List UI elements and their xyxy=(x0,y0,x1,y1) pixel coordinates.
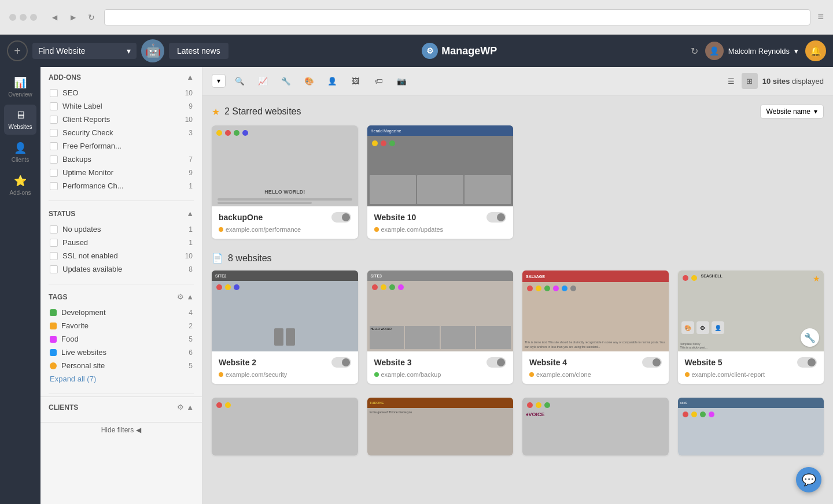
camera-button[interactable]: 📷 xyxy=(392,72,411,90)
website-card-website5[interactable]: ★ SEASHELL Template StickyThis is a stic… xyxy=(678,270,824,384)
user-name: Malcolm Reynolds xyxy=(728,47,790,55)
browser-url-input[interactable] xyxy=(104,9,810,25)
hide-filters-button[interactable]: Hide filters ◀ xyxy=(40,422,202,438)
tag-button[interactable]: 🏷 xyxy=(369,72,388,90)
food-tag-label: Food xyxy=(61,335,79,343)
seo-checkbox[interactable] xyxy=(50,89,58,97)
sidebar-item-overview[interactable]: 📊 Overview xyxy=(4,72,36,102)
header-refresh-button[interactable]: ↻ xyxy=(691,46,698,57)
dot xyxy=(562,286,567,291)
sites-count-number: 10 sites xyxy=(762,77,790,86)
website-card-website4[interactable]: SALVAGE This is demo t xyxy=(522,270,669,384)
website5-toggle[interactable] xyxy=(797,357,817,368)
sidebar-status-updates-available[interactable]: Updates available 8 xyxy=(49,262,194,276)
sidebar-item-clients[interactable]: 👤 Clients xyxy=(4,137,36,168)
sidebar-tag-live-websites[interactable]: Live websites 6 xyxy=(49,346,194,359)
sidebar-addon-security-check[interactable]: Security Check 3 xyxy=(49,126,194,139)
sidebar-addon-uptime-monitor[interactable]: Uptime Monitor 9 xyxy=(49,166,194,179)
backupone-toggle[interactable] xyxy=(331,212,351,223)
dot xyxy=(691,412,697,417)
security-check-checkbox[interactable] xyxy=(50,129,58,137)
sidebar-addon-backups[interactable]: Backups 7 xyxy=(49,153,194,166)
browser-forward-button[interactable]: ▶ xyxy=(67,12,79,23)
url-text: example.com/backup xyxy=(381,371,441,378)
toggle-knob xyxy=(497,213,505,221)
status-collapse-button[interactable]: ▲ xyxy=(186,209,194,218)
clients-settings-button[interactable]: ⚙ xyxy=(177,403,184,412)
website-card-website10[interactable]: Herald Magazine xyxy=(367,125,514,239)
thumb-block xyxy=(417,175,463,204)
sidebar-addon-performance-check[interactable]: Performance Ch... 1 xyxy=(49,179,194,192)
sidebar-addon-free-performance[interactable]: Free Performan... xyxy=(49,139,194,153)
clients-collapse-button[interactable]: ▲ xyxy=(186,403,194,412)
expand-all-button[interactable]: Expand all (7) xyxy=(49,372,194,386)
performance-check-checkbox[interactable] xyxy=(50,182,58,190)
sidebar-tag-food[interactable]: Food 5 xyxy=(49,332,194,346)
analytics-button[interactable]: 📈 xyxy=(253,72,272,90)
header-user-menu[interactable]: 👤 Malcolm Reynolds ▾ xyxy=(705,42,798,60)
sidebar-status-paused[interactable]: Paused 1 xyxy=(49,236,194,249)
website2-dots xyxy=(216,284,239,290)
sidebar-status-ssl-not-enabled[interactable]: SSL not enabled 10 xyxy=(49,249,194,262)
website-card-website7[interactable]: THRONE In the game of Throne theme you xyxy=(367,398,514,455)
website10-toggle[interactable] xyxy=(486,212,506,223)
website2-toggle[interactable] xyxy=(331,357,351,368)
sidebar-addon-seo[interactable]: SEO 10 xyxy=(49,86,194,99)
website3-toggle[interactable] xyxy=(486,357,506,368)
find-website-dropdown[interactable]: Find Website ▾ xyxy=(32,43,137,59)
sidebar-tag-favorite[interactable]: Favorite 2 xyxy=(49,319,194,332)
uptime-monitor-checkbox[interactable] xyxy=(50,169,58,177)
browser-refresh-button[interactable]: ↻ xyxy=(86,12,97,23)
tags-collapse-button[interactable]: ▲ xyxy=(186,292,194,301)
website4-dots xyxy=(527,286,576,291)
color-palette-button[interactable]: 🎨 xyxy=(300,72,318,90)
update-button[interactable]: 🔧 xyxy=(277,72,295,90)
image-button[interactable]: 🖼 xyxy=(346,72,364,90)
sidebar-tag-development[interactable]: Development 4 xyxy=(49,306,194,319)
site5-icon2: ⚙ xyxy=(696,321,709,334)
browser-menu-button[interactable]: ≡ xyxy=(817,11,824,23)
site4-header: SALVAGE xyxy=(522,270,669,282)
website4-toggle[interactable] xyxy=(642,357,662,368)
browser-back-button[interactable]: ◀ xyxy=(49,12,60,23)
sidebar-item-websites[interactable]: 🖥 Websites xyxy=(4,105,36,135)
addons-collapse-button[interactable]: ▲ xyxy=(186,73,194,81)
website-card-website6[interactable] xyxy=(212,398,358,455)
ssl-not-enabled-checkbox[interactable] xyxy=(50,252,58,260)
sidebar-addon-client-reports[interactable]: Client Reports 10 xyxy=(49,113,194,126)
favorite-tag-count: 2 xyxy=(189,322,193,330)
website-card-website2[interactable]: SITE2 xyxy=(212,270,358,384)
backups-checkbox[interactable] xyxy=(50,155,58,164)
sidebar-addon-white-label[interactable]: White Label 9 xyxy=(49,99,194,113)
user-button[interactable]: 👤 xyxy=(323,72,341,90)
paused-checkbox[interactable] xyxy=(50,239,58,247)
website-card-backupone[interactable]: HELLO WORLD! backupOne xyxy=(212,125,358,239)
header-right: ↻ 👤 Malcolm Reynolds ▾ 🔔 xyxy=(691,40,826,61)
free-performance-checkbox[interactable] xyxy=(50,142,58,150)
search-button[interactable]: 🔍 xyxy=(230,72,249,90)
notification-bell-button[interactable]: 🔔 xyxy=(805,40,826,61)
client-reports-checkbox[interactable] xyxy=(50,116,58,124)
website-card-website3[interactable]: SITE3 HELLO WORLD xyxy=(367,270,514,384)
sidebar-item-addons[interactable]: ⭐ Add-ons xyxy=(4,170,36,201)
sort-dropdown[interactable]: Website name ▾ xyxy=(760,105,824,118)
list-view-button[interactable]: ☰ xyxy=(723,73,739,89)
addons-icon: ⭐ xyxy=(14,175,27,187)
sidebar-tag-personal-site[interactable]: Personal site 5 xyxy=(49,359,194,372)
website-card-site9[interactable]: site9 xyxy=(678,398,824,455)
website-card-website8[interactable]: ♦VOICE xyxy=(522,398,669,455)
no-updates-checkbox[interactable] xyxy=(50,225,58,234)
add-button[interactable]: + xyxy=(7,40,28,61)
bulk-select-button[interactable]: ▾ xyxy=(212,74,226,88)
tags-settings-button[interactable]: ⚙ xyxy=(177,292,184,301)
browser-dot-red xyxy=(9,14,16,21)
updates-available-checkbox[interactable] xyxy=(50,265,58,273)
dot xyxy=(553,286,559,291)
status-section: Status ▲ No updates 1 Paused 1 xyxy=(40,203,202,281)
latest-news-button[interactable]: Latest news xyxy=(169,43,228,59)
dot xyxy=(700,412,706,417)
sidebar-status-no-updates[interactable]: No updates 1 xyxy=(49,223,194,236)
grid-view-button[interactable]: ⊞ xyxy=(742,73,758,89)
white-label-checkbox[interactable] xyxy=(50,102,58,110)
support-chat-button[interactable]: 💬 xyxy=(796,467,821,492)
